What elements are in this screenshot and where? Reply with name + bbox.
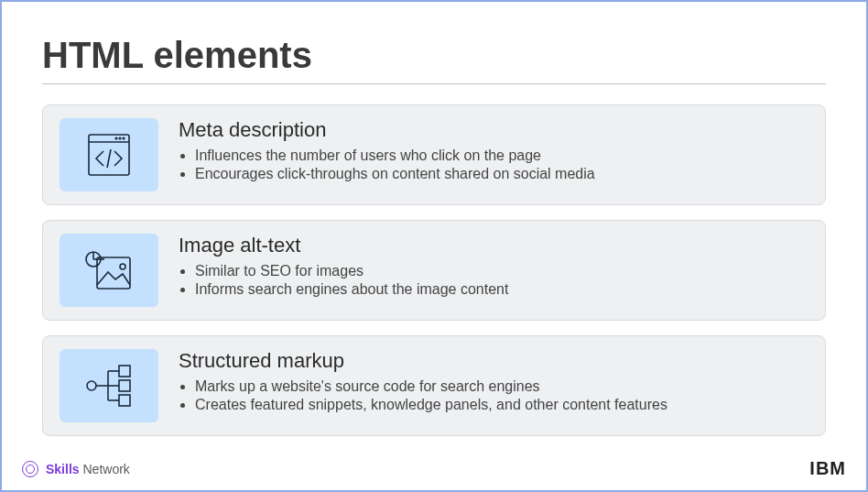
slide-footer: Skills Network IBM [2, 458, 866, 479]
skills-network-logo-icon [22, 461, 38, 477]
sitemap-icon [81, 360, 137, 411]
code-window-icon [83, 129, 135, 180]
svg-rect-19 [119, 395, 130, 406]
icon-tile [60, 234, 158, 307]
bullet-item: Informs search engines about the image c… [195, 281, 808, 298]
svg-line-5 [107, 149, 111, 168]
card-bullets: Influences the number of users who click… [179, 148, 808, 182]
icon-tile [60, 349, 158, 422]
skills-brand-accent: Skills [46, 462, 80, 476]
card-meta-description: Meta description Influences the number o… [42, 104, 826, 205]
bullet-item: Creates featured snippets, knowledge pan… [195, 397, 808, 413]
card-heading: Image alt-text [179, 234, 808, 257]
card-heading: Structured markup [179, 349, 808, 373]
skills-brand-rest: Network [80, 462, 130, 476]
page-title: HTML elements [42, 35, 826, 76]
bullet-item: Similar to SEO for images [195, 263, 808, 279]
svg-point-2 [123, 137, 125, 139]
svg-rect-6 [97, 257, 130, 289]
card-body: Image alt-text Similar to SEO for images… [179, 234, 808, 300]
bullet-item: Marks up a website's source code for sea… [195, 378, 808, 395]
title-divider [42, 83, 826, 84]
slide-content: HTML elements Meta description Influence… [2, 2, 866, 436]
svg-point-11 [87, 381, 96, 390]
card-bullets: Similar to SEO for images Informs search… [179, 263, 808, 298]
card-structured-markup: Structured markup Marks up a website's s… [42, 335, 826, 436]
bullet-item: Encourages click-throughs on content sha… [195, 166, 808, 182]
card-body: Structured markup Marks up a website's s… [179, 349, 808, 415]
svg-rect-18 [119, 380, 130, 391]
image-chart-icon [81, 245, 137, 296]
bullet-item: Influences the number of users who click… [195, 148, 808, 164]
card-image-alt-text: Image alt-text Similar to SEO for images… [42, 220, 826, 321]
ibm-logo: IBM [809, 458, 846, 479]
svg-rect-17 [119, 366, 130, 377]
icon-tile [60, 118, 158, 191]
skills-network-text: Skills Network [46, 462, 130, 476]
skills-network-brand: Skills Network [22, 461, 130, 477]
svg-point-4 [115, 137, 117, 139]
card-bullets: Marks up a website's source code for sea… [179, 378, 808, 413]
svg-point-7 [120, 264, 125, 269]
card-heading: Meta description [179, 118, 808, 142]
svg-point-3 [119, 137, 121, 139]
card-body: Meta description Influences the number o… [179, 118, 808, 184]
